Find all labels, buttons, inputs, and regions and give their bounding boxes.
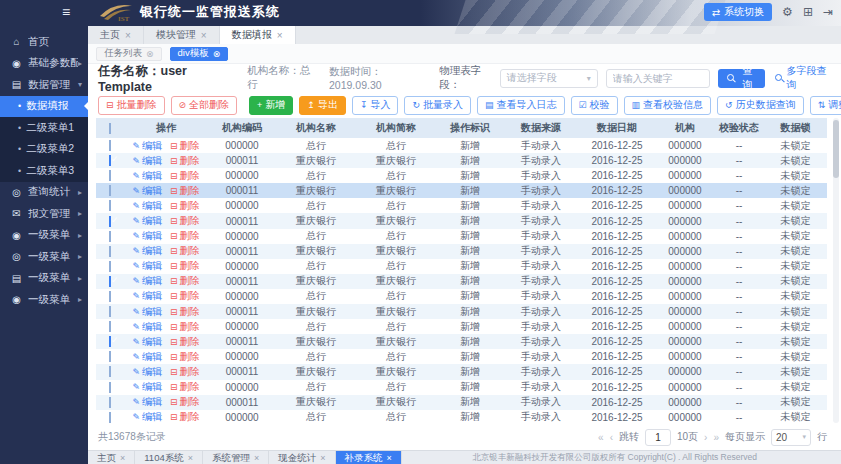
- subtab-任务列表[interactable]: 任务列表⊗: [96, 47, 162, 61]
- collapse-menu-icon[interactable]: ≡: [62, 4, 70, 20]
- edit-link[interactable]: ✎编辑: [132, 305, 162, 319]
- delete-link[interactable]: ⊟删除: [170, 380, 200, 394]
- button-导入[interactable]: ↧导入: [352, 96, 399, 115]
- row-checkbox[interactable]: [109, 231, 111, 242]
- system-switch-button[interactable]: ⇄ 系统切换: [704, 3, 772, 21]
- close-circle-icon[interactable]: ⊗: [146, 49, 154, 59]
- delete-link[interactable]: ⊟删除: [170, 169, 200, 183]
- close-icon[interactable]: ×: [320, 453, 325, 463]
- row-checkbox[interactable]: [109, 306, 111, 317]
- button-历史数据查询[interactable]: ↺历史数据查询: [717, 96, 804, 115]
- multi-field-query-link[interactable]: 多字段查询: [775, 64, 831, 92]
- delete-link[interactable]: ⊟删除: [170, 335, 200, 349]
- sidebar-item-数据填报[interactable]: •数据填报: [0, 96, 88, 118]
- sidebar-item-一级菜单[interactable]: ◎一级菜单▸: [0, 246, 88, 268]
- delete-link[interactable]: ⊟删除: [170, 274, 200, 288]
- sidebar-item-查询统计[interactable]: ◎查询统计▸: [0, 182, 88, 204]
- table-row[interactable]: ✎编辑⊟删除000000总行总行新增手动录入2016-12-25000000--…: [96, 198, 827, 213]
- table-row[interactable]: ✎编辑⊟删除000011重庆银行重庆银行新增手动录入2016-12-250000…: [96, 213, 827, 228]
- sidebar-item-报文管理[interactable]: ✉报文管理▸: [0, 203, 88, 225]
- delete-link[interactable]: ⊟删除: [170, 229, 200, 243]
- close-icon[interactable]: ×: [125, 30, 131, 41]
- edit-link[interactable]: ✎编辑: [132, 154, 162, 168]
- row-checkbox[interactable]: [109, 412, 111, 423]
- delete-link[interactable]: ⊟删除: [170, 154, 200, 168]
- table-row[interactable]: ✎编辑⊟删除000011重庆银行重庆银行新增手动录入2016-12-250000…: [96, 153, 827, 168]
- row-checkbox[interactable]: [109, 321, 111, 332]
- table-row[interactable]: ✎编辑⊟删除000011重庆银行重庆银行新增手动录入2016-12-250000…: [96, 395, 827, 410]
- row-checkbox[interactable]: [109, 366, 111, 377]
- delete-link[interactable]: ⊟删除: [170, 259, 200, 273]
- button-调整原因[interactable]: ⇅调整原因: [810, 96, 841, 115]
- bottom-tab-系统管理[interactable]: 系统管理×: [203, 451, 269, 464]
- edit-link[interactable]: ✎编辑: [132, 335, 162, 349]
- row-checkbox[interactable]: [109, 291, 111, 302]
- keyword-input[interactable]: [606, 69, 710, 88]
- add-button[interactable]: +新增: [249, 96, 293, 115]
- edit-link[interactable]: ✎编辑: [132, 214, 162, 228]
- button-全部删除[interactable]: ⊘全部删除: [171, 96, 238, 115]
- bottom-tab-1104系统[interactable]: 1104系统×: [135, 451, 203, 464]
- row-checkbox[interactable]: [109, 200, 111, 211]
- edit-link[interactable]: ✎编辑: [132, 380, 162, 394]
- table-row[interactable]: ✎编辑⊟删除000011重庆银行重庆银行新增手动录入2016-12-250000…: [96, 334, 827, 349]
- row-checkbox[interactable]: [109, 155, 111, 166]
- subtab-div模板[interactable]: div模板⊗: [170, 47, 229, 61]
- table-row[interactable]: ✎编辑⊟删除000011重庆银行重庆银行新增手动录入2016-12-250000…: [96, 274, 827, 289]
- delete-link[interactable]: ⊟删除: [170, 350, 200, 364]
- row-checkbox[interactable]: [109, 246, 111, 257]
- close-icon[interactable]: ×: [188, 453, 193, 463]
- edit-link[interactable]: ✎编辑: [132, 365, 162, 379]
- delete-link[interactable]: ⊟删除: [170, 199, 200, 213]
- sidebar-item-二级菜单2[interactable]: •二级菜单2: [0, 139, 88, 161]
- table-row[interactable]: ✎编辑⊟删除000000总行总行新增手动录入2016-12-25000000--…: [96, 380, 827, 395]
- row-checkbox[interactable]: [109, 276, 111, 287]
- table-row[interactable]: ✎编辑⊟删除000000总行总行新增手动录入2016-12-25000000--…: [96, 410, 827, 425]
- button-查看校验信息[interactable]: ▥查看校验信息: [624, 96, 712, 115]
- edit-link[interactable]: ✎编辑: [132, 184, 162, 198]
- row-checkbox[interactable]: [109, 336, 111, 347]
- close-icon[interactable]: ×: [254, 453, 259, 463]
- row-checkbox[interactable]: [109, 397, 111, 408]
- logout-icon[interactable]: ⇥: [823, 3, 833, 21]
- edit-link[interactable]: ✎编辑: [132, 274, 162, 288]
- per-page-select[interactable]: 20▾: [771, 429, 811, 446]
- edit-link[interactable]: ✎编辑: [132, 320, 162, 334]
- edit-link[interactable]: ✎编辑: [132, 169, 162, 183]
- sidebar-item-一级菜单[interactable]: ▤一级菜单▸: [0, 268, 88, 290]
- sidebar-item-二级菜单3[interactable]: •二级菜单3: [0, 160, 88, 182]
- close-icon[interactable]: ×: [120, 453, 125, 463]
- edit-link[interactable]: ✎编辑: [132, 395, 162, 409]
- edit-link[interactable]: ✎编辑: [132, 199, 162, 213]
- delete-link[interactable]: ⊟删除: [170, 214, 200, 228]
- button-校验[interactable]: ☑校验: [571, 96, 618, 115]
- delete-link[interactable]: ⊟删除: [170, 320, 200, 334]
- button-批量录入[interactable]: ↻批量录入: [404, 96, 471, 115]
- edit-link[interactable]: ✎编辑: [132, 244, 162, 258]
- query-button[interactable]: 查询: [718, 69, 766, 88]
- select-all-checkbox[interactable]: [109, 123, 111, 134]
- bottom-tab-补录系统[interactable]: 补录系统×: [336, 451, 402, 464]
- edit-link[interactable]: ✎编辑: [132, 410, 162, 424]
- next-page-icon[interactable]: ›: [704, 432, 707, 443]
- table-row[interactable]: ✎编辑⊟删除000011重庆银行重庆银行新增手动录入2016-12-250000…: [96, 183, 827, 198]
- sidebar-item-数据管理[interactable]: ▤数据管理▾: [0, 74, 88, 96]
- close-icon[interactable]: ×: [387, 453, 392, 463]
- edit-link[interactable]: ✎编辑: [132, 229, 162, 243]
- tab-主页[interactable]: 主页×: [88, 26, 144, 44]
- tab-数据填报[interactable]: 数据填报×: [220, 26, 296, 44]
- sidebar-item-首页[interactable]: ⌂首页: [0, 31, 88, 53]
- row-checkbox[interactable]: [109, 261, 111, 272]
- sidebar-item-一级菜单[interactable]: ◉一级菜单▸: [0, 289, 88, 311]
- delete-link[interactable]: ⊟删除: [170, 410, 200, 424]
- first-page-icon[interactable]: «: [598, 432, 604, 443]
- button-查看导入日志[interactable]: ▤查看导入日志: [477, 96, 565, 115]
- bottom-tab-主页[interactable]: 主页×: [88, 451, 135, 464]
- last-page-icon[interactable]: »: [713, 432, 719, 443]
- button-批量删除[interactable]: ⊟批量删除: [98, 96, 165, 115]
- table-row[interactable]: ✎编辑⊟删除000011重庆银行重庆银行新增手动录入2016-12-250000…: [96, 304, 827, 319]
- prev-page-icon[interactable]: ‹: [610, 432, 613, 443]
- row-checkbox[interactable]: [109, 140, 111, 151]
- table-row[interactable]: ✎编辑⊟删除000000总行总行新增手动录入2016-12-25000000--…: [96, 289, 827, 304]
- table-row[interactable]: ✎编辑⊟删除000000总行总行新增手动录入2016-12-25000000--…: [96, 168, 827, 183]
